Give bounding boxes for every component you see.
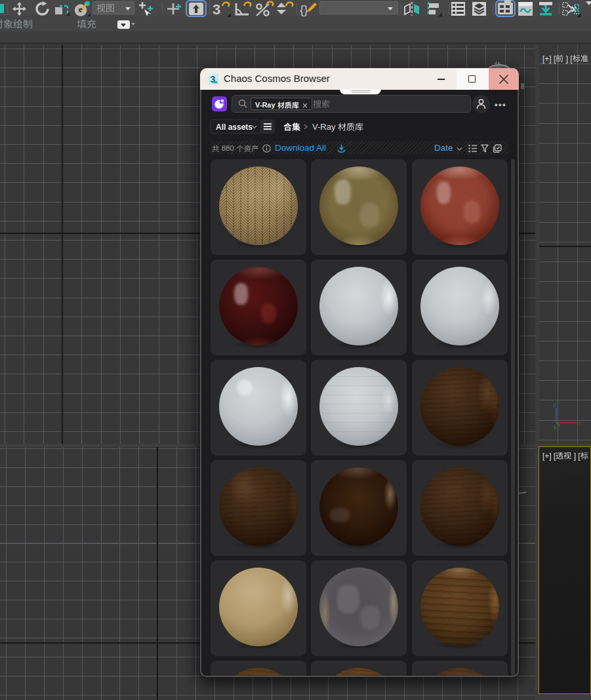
svg-text:{}: {} xyxy=(300,3,308,16)
svg-text:3: 3 xyxy=(213,1,220,17)
svg-text:Z: Z xyxy=(553,402,556,408)
svg-text:X: X xyxy=(578,420,582,426)
svg-text:y: y xyxy=(554,424,556,430)
